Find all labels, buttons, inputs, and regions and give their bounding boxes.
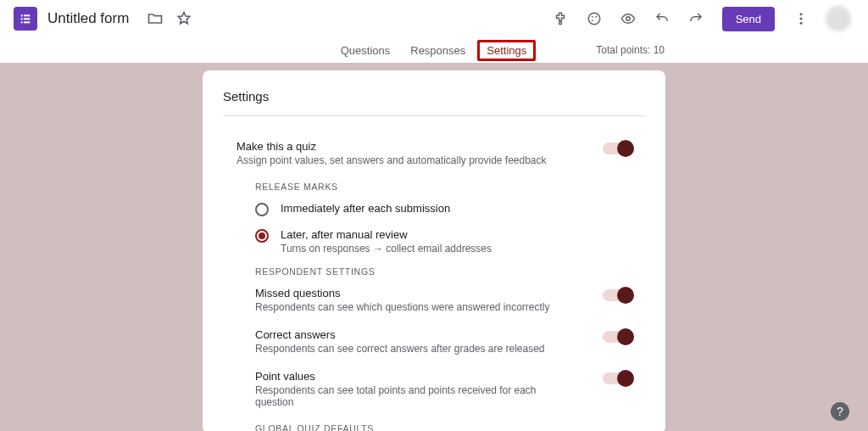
missed-sub: Respondents can see which questions were…	[255, 301, 550, 313]
quiz-sub: Assign point values, set answers and aut…	[236, 154, 547, 166]
forms-logo[interactable]	[14, 7, 37, 31]
tab-row: Questions Responses Settings Total point…	[0, 37, 868, 63]
points-title: Point values	[255, 370, 564, 383]
release-marks-header: RELEASE MARKS	[223, 182, 645, 192]
topbar: Untitled form Send	[0, 0, 868, 37]
toolbar-right: Send	[546, 4, 851, 33]
release-opt1-label: Immediately after each submission	[281, 202, 450, 215]
header: Untitled form Send	[0, 0, 868, 63]
correct-row: Correct answers Respondents can see corr…	[223, 328, 645, 355]
quiz-toggle[interactable]	[603, 143, 632, 154]
release-later-row[interactable]: Later, after manual review Turns on resp…	[223, 228, 645, 255]
correct-toggle[interactable]	[603, 331, 632, 343]
svg-point-11	[626, 17, 630, 21]
points-row: Point values Respondents can see total p…	[223, 370, 645, 408]
svg-rect-0	[21, 14, 23, 16]
svg-point-8	[591, 16, 593, 18]
help-icon[interactable]: ?	[831, 402, 849, 421]
svg-rect-1	[24, 14, 30, 16]
svg-point-13	[800, 18, 803, 20]
missed-row: Missed questions Respondents can see whi…	[223, 287, 645, 313]
points-toggle[interactable]	[603, 372, 632, 384]
points-sub: Respondents can see total points and poi…	[255, 384, 564, 408]
customize-theme-icon[interactable]	[580, 4, 609, 33]
radio-icon	[255, 203, 269, 216]
divider	[223, 115, 645, 116]
undo-icon[interactable]	[648, 4, 676, 33]
form-title[interactable]: Untitled form	[47, 10, 129, 27]
send-button[interactable]: Send	[722, 7, 775, 31]
quiz-row: Make this a quiz Assign point values, se…	[223, 140, 645, 166]
release-opt2-sub: Turns on responses → collect email addre…	[281, 243, 492, 255]
settings-title: Settings	[223, 89, 645, 104]
svg-point-10	[591, 20, 593, 21]
radio-selected-icon	[255, 229, 269, 243]
svg-rect-5	[24, 21, 30, 23]
missed-title: Missed questions	[255, 287, 550, 299]
forms-icon	[19, 12, 32, 25]
svg-point-7	[588, 13, 600, 25]
release-immediate-row[interactable]: Immediately after each submission	[223, 202, 645, 216]
svg-rect-4	[21, 21, 23, 23]
avatar[interactable]	[826, 6, 851, 31]
svg-rect-2	[21, 18, 23, 20]
correct-title: Correct answers	[255, 328, 545, 341]
svg-point-9	[595, 16, 597, 18]
global-quiz-header: GLOBAL QUIZ DEFAULTS	[223, 423, 645, 431]
respondent-settings-header: RESPONDENT SETTINGS	[223, 266, 645, 277]
tab-settings[interactable]: Settings	[477, 40, 536, 61]
move-to-folder-icon[interactable]	[141, 4, 170, 33]
preview-icon[interactable]	[614, 4, 643, 33]
quiz-title: Make this a quiz	[236, 140, 547, 153]
svg-point-6	[559, 22, 561, 25]
svg-rect-3	[24, 18, 30, 20]
missed-toggle[interactable]	[603, 289, 632, 301]
svg-point-12	[800, 13, 803, 15]
star-icon[interactable]	[170, 4, 198, 33]
tab-responses[interactable]: Responses	[402, 41, 474, 60]
content: Settings Make this a quiz Assign point v…	[0, 63, 868, 431]
release-opt2-title: Later, after manual review	[281, 228, 492, 241]
settings-card: Settings Make this a quiz Assign point v…	[203, 70, 665, 431]
svg-point-14	[800, 22, 803, 25]
correct-sub: Respondents can see correct answers afte…	[255, 343, 545, 355]
more-icon[interactable]	[787, 4, 815, 33]
addons-icon[interactable]	[546, 4, 575, 33]
redo-icon[interactable]	[682, 4, 710, 33]
total-points-label: Total points: 10	[596, 44, 665, 56]
tab-questions[interactable]: Questions	[332, 41, 399, 60]
